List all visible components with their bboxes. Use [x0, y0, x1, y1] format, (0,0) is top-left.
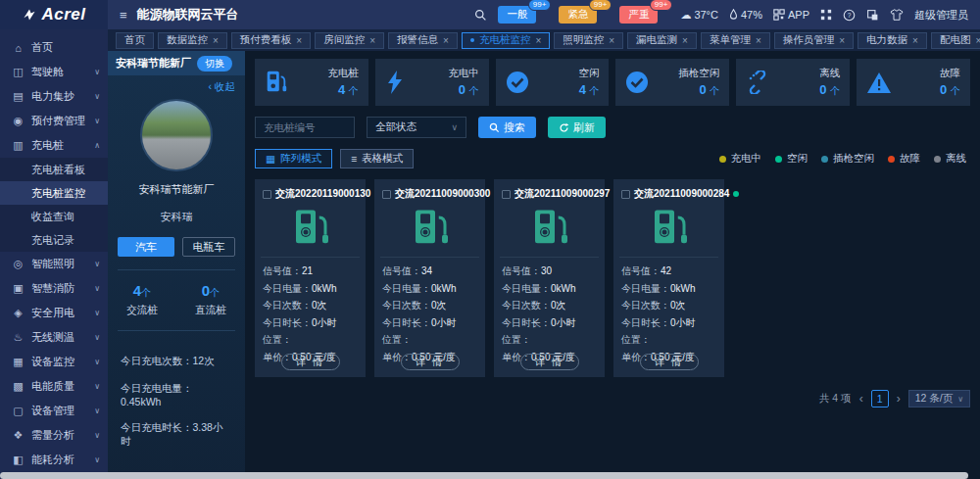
grid-mode-icon: ▦: [266, 153, 275, 165]
sidebar-item-energy-analysis[interactable]: ◧能耗分析∨: [0, 448, 108, 472]
tab-label: 电力数据: [866, 33, 907, 47]
check-circle-icon: [625, 71, 649, 94]
close-tab-icon[interactable]: ×: [213, 35, 219, 46]
prev-page-button[interactable]: ‹: [859, 392, 863, 406]
sidebar-item-revenue-query[interactable]: 收益查询: [0, 205, 108, 228]
collapse-panel-link[interactable]: ‹ 收起: [108, 75, 245, 94]
refresh-button[interactable]: 刷新: [548, 117, 606, 138]
sidebar-item-prepaid-management[interactable]: ◉预付费管理∨: [0, 109, 108, 133]
charging-pile-icon: [265, 70, 288, 95]
close-tab-icon[interactable]: ×: [682, 35, 688, 46]
user-menu[interactable]: 超级管理员: [914, 8, 968, 23]
tab-charging-pile-monitoring[interactable]: 充电桩监控×: [462, 32, 550, 49]
switch-station-button[interactable]: 切换: [197, 56, 232, 72]
alarm-badge-severe[interactable]: 严重 99+: [619, 6, 658, 24]
search-button[interactable]: 搜索: [478, 117, 536, 138]
divider: [118, 269, 235, 270]
chevron-down-icon: ∨: [94, 407, 100, 415]
close-tab-icon[interactable]: ×: [369, 35, 375, 46]
close-tab-icon[interactable]: ×: [756, 35, 761, 46]
sidebar-item-label: 充电桩监控: [31, 186, 85, 201]
pile-count: 今日次数：0次: [502, 297, 597, 314]
sidebar-item-safe-power[interactable]: ◈安全用电∨: [0, 301, 108, 325]
pile-checkbox[interactable]: [502, 190, 511, 199]
vehicle-tab-car[interactable]: 汽车: [118, 237, 174, 257]
sidebar-item-wireless-temp[interactable]: ♨无线测温∨: [0, 325, 108, 350]
page-title: 能源物联网云平台: [137, 6, 239, 24]
sidebar-item-demand-analysis[interactable]: ❖需量分析∨: [0, 423, 108, 448]
sidebar-item-meter-reading[interactable]: ▤电力集抄∨: [0, 84, 108, 109]
pile-card: 交流20211009000300 信号值：34 今日电量：0kWh 今日次数：0…: [374, 179, 485, 377]
sidebar-item-power-quality[interactable]: ▩电能质量∨: [0, 374, 108, 399]
grid-mode-button[interactable]: ▦ 阵列模式: [255, 149, 332, 168]
collapse-menu-icon[interactable]: ≡: [120, 8, 127, 23]
svg-text:?: ?: [848, 11, 852, 18]
page-size-select[interactable]: 12 条/页 ∨: [908, 390, 970, 407]
divider: [500, 257, 599, 258]
theme-shirt-icon[interactable]: [890, 9, 904, 21]
fullscreen-grid-icon[interactable]: [820, 9, 832, 21]
detail-button[interactable]: 详 情: [640, 354, 699, 370]
close-tab-icon[interactable]: ×: [912, 35, 918, 46]
tab-room-monitoring[interactable]: 房间监控×: [315, 32, 384, 49]
pile-count: 今日次数：0次: [621, 297, 716, 314]
sidebar-item-cockpit[interactable]: ◫驾驶舱∨: [0, 60, 108, 84]
tab-leakage-monitoring[interactable]: 漏电监测×: [627, 32, 697, 49]
tab-prepaid-board[interactable]: 预付费看板×: [231, 32, 311, 49]
pile-checkbox[interactable]: [621, 190, 630, 199]
sidebar-item-smart-lighting[interactable]: ◎智能照明∨: [0, 252, 108, 276]
close-tab-icon[interactable]: ×: [839, 35, 845, 46]
detail-button[interactable]: 详 情: [281, 354, 340, 370]
sidebar-item-label: 设备监控: [31, 355, 74, 369]
app-qr-button[interactable]: APP: [773, 9, 809, 21]
tab-distribution-diagram[interactable]: 配电图×: [931, 32, 980, 49]
tab-label: 充电桩监控: [479, 33, 531, 47]
pile-status-dot: [733, 191, 739, 197]
sidebar-item-charging-pile[interactable]: ▥充电桩∧: [0, 133, 108, 158]
windows-layers-icon[interactable]: [866, 9, 879, 22]
alarm-badge-urgent[interactable]: 紧急 99+: [559, 6, 597, 24]
close-tab-icon[interactable]: ×: [975, 35, 980, 46]
sidebar-item-device-monitoring[interactable]: ▦设备监控∨: [0, 350, 108, 374]
tab-home[interactable]: 首页: [116, 32, 154, 49]
alarm-label: 紧急: [567, 8, 588, 20]
vehicle-tab-ebike[interactable]: 电瓶车: [182, 237, 235, 257]
demand-icon: ❖: [12, 429, 24, 442]
tab-menu-management[interactable]: 菜单管理×: [701, 32, 770, 49]
tab-lighting-monitoring[interactable]: 照明监控×: [554, 32, 623, 49]
fire-icon: ▣: [12, 282, 24, 295]
tab-data-monitoring[interactable]: 数据监控×: [158, 32, 227, 49]
detail-button[interactable]: 详 情: [401, 354, 460, 370]
close-tab-icon[interactable]: ×: [609, 35, 614, 46]
station-name: 安科瑞节能新厂: [108, 182, 245, 197]
pile-checkbox[interactable]: [263, 190, 271, 199]
table-mode-button[interactable]: ≡ 表格模式: [340, 149, 414, 168]
close-tab-icon[interactable]: ×: [443, 35, 449, 46]
sidebar-item-device-management[interactable]: ▢设备管理∨: [0, 399, 108, 423]
sidebar-item-home[interactable]: ⌂首页: [0, 35, 108, 60]
sidebar-item-charging-records[interactable]: 充电记录: [0, 228, 108, 252]
horizontal-scrollbar[interactable]: [0, 472, 968, 479]
tab-alarm-info[interactable]: 报警信息×: [388, 32, 458, 49]
sidebar-item-charging-pile-monitoring[interactable]: 充电桩监控: [0, 181, 108, 205]
energy-icon: ◧: [12, 454, 24, 466]
acrel-logo-icon: [22, 7, 37, 23]
close-tab-icon[interactable]: ×: [296, 35, 302, 46]
help-icon[interactable]: ?: [843, 9, 856, 22]
page-number[interactable]: 1: [871, 390, 889, 407]
logo: Acrel: [0, 0, 108, 29]
sidebar-item-smart-fire[interactable]: ▣智慧消防∨: [0, 276, 108, 301]
tab-operator-management[interactable]: 操作员管理×: [774, 32, 854, 49]
chevron-down-icon: ∨: [94, 92, 100, 101]
sidebar-item-charging-pile-board[interactable]: 充电桩看板: [0, 158, 108, 181]
close-tab-icon[interactable]: ×: [535, 35, 541, 46]
alarm-badge-general[interactable]: 一般 99+: [498, 6, 536, 24]
pile-checkbox[interactable]: [382, 190, 391, 199]
alarm-count-badge: 99+: [528, 0, 552, 11]
next-page-button[interactable]: ›: [897, 392, 901, 406]
search-icon[interactable]: [474, 9, 487, 22]
detail-button[interactable]: 详 情: [520, 354, 579, 370]
status-select[interactable]: 全部状态 ∨: [367, 117, 466, 138]
tab-power-data[interactable]: 电力数据×: [858, 32, 927, 49]
pile-number-input[interactable]: [255, 117, 355, 138]
